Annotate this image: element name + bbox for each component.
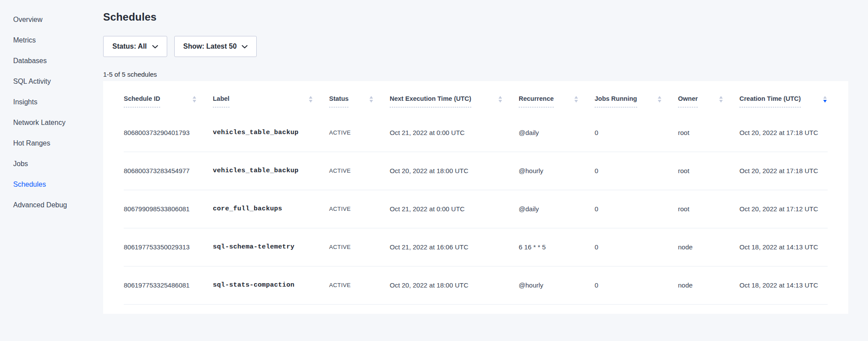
column-header-label[interactable]: Label	[213, 81, 329, 114]
sidebar-item-sql-activity[interactable]: SQL Activity	[13, 78, 103, 85]
cell-schedule-id: 806800373283454977	[124, 152, 213, 190]
table-row: 806197753350029313 sql-schema-telemetry …	[124, 228, 828, 266]
column-header-label: Jobs Running	[595, 95, 637, 107]
sort-icon[interactable]	[658, 96, 661, 103]
cell-jobs-running: 0	[595, 114, 678, 152]
column-header-label: Recurrence	[519, 95, 554, 107]
cell-recurrence: 6 16 * * 5	[519, 228, 595, 266]
cell-schedule-id: 806800373290401793	[124, 114, 213, 152]
sort-icon[interactable]	[309, 96, 312, 103]
column-header-label: Schedule ID	[124, 95, 160, 107]
cell-schedule-id: 806197753350029313	[124, 228, 213, 266]
sidebar-item-overview[interactable]: Overview	[13, 16, 103, 24]
show-filter-label: Show: Latest 50	[183, 43, 237, 50]
cell-creation-time: Oct 20, 2022 at 17:12 UTC	[739, 190, 828, 228]
cell-next-execution: Oct 21, 2022 at 0:00 UTC	[390, 114, 519, 152]
table-row: 806197753325486081 sql-stats-compaction …	[124, 266, 828, 304]
cell-creation-time: Oct 18, 2022 at 14:13 UTC	[739, 228, 828, 266]
sidebar-item-advanced-debug[interactable]: Advanced Debug	[13, 201, 103, 209]
page-title: Schedules	[103, 11, 868, 24]
cell-status: ACTIVE	[329, 152, 390, 190]
table-row: 806800373283454977 vehicles_table_backup…	[124, 152, 828, 190]
sort-icon[interactable]	[574, 96, 578, 103]
cell-status: ACTIVE	[329, 114, 390, 152]
cell-status: ACTIVE	[329, 266, 390, 304]
chevron-down-icon	[242, 45, 247, 49]
cell-label: sql-stats-compaction	[213, 266, 329, 304]
schedules-table-card: Schedule ID Label Status	[103, 81, 848, 314]
column-header-recurrence[interactable]: Recurrence	[519, 81, 595, 114]
cell-label: vehicles_table_backup	[213, 114, 329, 152]
cell-recurrence: @hourly	[519, 152, 595, 190]
cell-recurrence: @daily	[519, 190, 595, 228]
cell-recurrence: @hourly	[519, 266, 595, 304]
sidebar-item-metrics[interactable]: Metrics	[13, 36, 103, 44]
sidebar-item-schedules[interactable]: Schedules	[13, 181, 103, 188]
cell-next-execution: Oct 20, 2022 at 18:00 UTC	[390, 152, 519, 190]
sidebar-item-network-latency[interactable]: Network Latency	[13, 119, 103, 127]
sort-icon[interactable]	[719, 96, 723, 103]
column-header-creation-time[interactable]: Creation Time (UTC)	[739, 81, 828, 114]
cell-jobs-running: 0	[595, 190, 678, 228]
sidebar-item-insights[interactable]: Insights	[13, 98, 103, 106]
table-row: 806800373290401793 vehicles_table_backup…	[124, 114, 828, 152]
cell-creation-time: Oct 20, 2022 at 17:18 UTC	[739, 114, 828, 152]
column-header-label: Label	[213, 95, 230, 107]
table-header-row: Schedule ID Label Status	[124, 81, 828, 114]
show-filter-dropdown[interactable]: Show: Latest 50	[174, 36, 257, 57]
cell-jobs-running: 0	[595, 228, 678, 266]
results-count: 1-5 of 5 schedules	[103, 71, 868, 78]
filter-bar: Status: All Show: Latest 50	[103, 36, 868, 57]
cell-status: ACTIVE	[329, 190, 390, 228]
cell-owner: node	[678, 266, 739, 304]
main-content: Schedules Status: All Show: Latest 50 1-…	[103, 0, 868, 314]
column-header-jobs-running[interactable]: Jobs Running	[595, 81, 678, 114]
status-filter-label: Status: All	[112, 43, 147, 50]
sort-icon[interactable]	[369, 96, 373, 103]
sidebar: Overview Metrics Databases SQL Activity …	[0, 0, 103, 341]
column-header-label: Owner	[678, 95, 698, 107]
table-row: 806799098533806081 core_full_backups ACT…	[124, 190, 828, 228]
cell-owner: root	[678, 114, 739, 152]
cell-creation-time: Oct 18, 2022 at 14:13 UTC	[739, 266, 828, 304]
cell-next-execution: Oct 21, 2022 at 0:00 UTC	[390, 190, 519, 228]
cell-jobs-running: 0	[595, 266, 678, 304]
cell-creation-time: Oct 20, 2022 at 17:18 UTC	[739, 152, 828, 190]
sidebar-item-jobs[interactable]: Jobs	[13, 160, 103, 168]
status-filter-dropdown[interactable]: Status: All	[103, 36, 167, 57]
column-header-owner[interactable]: Owner	[678, 81, 739, 114]
cell-owner: node	[678, 228, 739, 266]
cell-schedule-id: 806197753325486081	[124, 266, 213, 304]
sidebar-item-hot-ranges[interactable]: Hot Ranges	[13, 139, 103, 147]
sidebar-item-databases[interactable]: Databases	[13, 57, 103, 65]
cell-jobs-running: 0	[595, 152, 678, 190]
cell-next-execution: Oct 21, 2022 at 16:06 UTC	[390, 228, 519, 266]
cell-owner: root	[678, 190, 739, 228]
cell-next-execution: Oct 20, 2022 at 18:00 UTC	[390, 266, 519, 304]
cell-label: sql-schema-telemetry	[213, 228, 329, 266]
column-header-label: Creation Time (UTC)	[739, 95, 801, 107]
sort-icon[interactable]	[499, 96, 502, 103]
column-header-schedule-id[interactable]: Schedule ID	[124, 81, 213, 114]
sort-icon-active-desc[interactable]	[823, 96, 827, 103]
column-header-label: Status	[329, 95, 348, 107]
cell-owner: root	[678, 152, 739, 190]
cell-status: ACTIVE	[329, 228, 390, 266]
schedules-table: Schedule ID Label Status	[124, 81, 828, 305]
cell-recurrence: @daily	[519, 114, 595, 152]
chevron-down-icon	[152, 45, 158, 49]
cell-schedule-id: 806799098533806081	[124, 190, 213, 228]
column-header-status[interactable]: Status	[329, 81, 390, 114]
column-header-label: Next Execution Time (UTC)	[390, 95, 471, 107]
cell-label: vehicles_table_backup	[213, 152, 329, 190]
sort-icon[interactable]	[193, 96, 196, 103]
column-header-next-execution-time[interactable]: Next Execution Time (UTC)	[390, 81, 519, 114]
cell-label: core_full_backups	[213, 190, 329, 228]
